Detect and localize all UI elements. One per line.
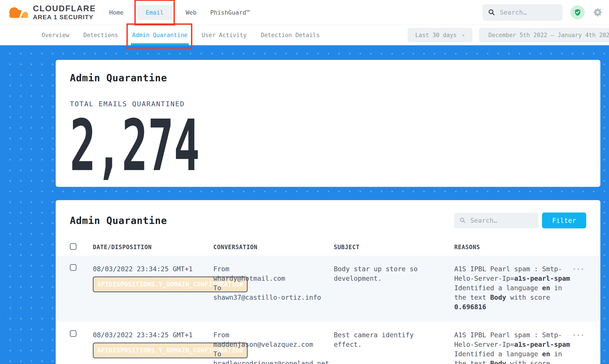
gear-icon[interactable]: [593, 7, 603, 17]
table-card-actions: Filter: [454, 212, 586, 228]
tab-detection-details[interactable]: Detection Details: [261, 32, 320, 39]
nav-phishguard[interactable]: PhishGuard™: [210, 9, 250, 16]
security-status-badge[interactable]: [570, 5, 585, 19]
quarantine-table-card: Admin Quarantine Filter DATE/DISPOSITION…: [56, 200, 600, 364]
top-header: CLOUDFLARE AREA 1 SECURITY Home Email We…: [0, 0, 609, 25]
table-card-title: Admin Quarantine: [70, 215, 167, 226]
table-row[interactable]: 08/03/2022 23:34:25 GMT+1 APIDISPOSITION…: [56, 256, 600, 322]
brand-name: CLOUDFLARE: [33, 4, 96, 13]
row-checkbox[interactable]: [70, 264, 77, 271]
to-address: bradleyrodriguez@copeland.net: [213, 359, 334, 364]
table-row[interactable]: 08/03/2022 23:34:25 GMT+1 APIDISPOSITION…: [56, 322, 600, 364]
col-conversation: CONVERSATION: [213, 244, 334, 250]
from-address: maddenjason@velazquez.com: [213, 340, 334, 349]
table-card-header: Admin Quarantine Filter: [70, 212, 586, 228]
table-header-row: DATE/DISPOSITION CONVERSATION SUBJECT RE…: [70, 239, 586, 256]
tab-admin-quarantine[interactable]: Admin Quarantine: [132, 32, 188, 39]
from-label: From: [213, 330, 334, 340]
to-label: To: [213, 349, 334, 359]
nav-home[interactable]: Home: [109, 9, 123, 16]
col-reasons: REASONS: [454, 244, 565, 250]
cloudflare-cloud-icon: [7, 4, 30, 21]
range-dropdown[interactable]: Last 30 days ▾: [408, 28, 472, 42]
search-icon: [488, 9, 495, 16]
cell-subject: Best camera identify effect.: [334, 330, 454, 349]
from-label: From: [213, 264, 334, 274]
secondary-nav: Overview Detections Admin Quarantine Use…: [0, 25, 609, 45]
search-icon: [459, 217, 466, 224]
row-checkbox[interactable]: [70, 330, 77, 337]
global-search-input[interactable]: [500, 9, 553, 16]
cell-subject: Body star up store so development.: [334, 264, 454, 283]
row-menu-ellipsis-icon[interactable]: •••: [573, 332, 585, 338]
global-search[interactable]: [483, 4, 563, 21]
row-date: 08/03/2022 23:34:25 GMT+1: [93, 264, 213, 274]
summary-card: Admin Quarantine TOTAL EMAILS QUARANTINE…: [56, 60, 600, 187]
cell-conversation: From whardy@hotmail.com To shawn37@casti…: [213, 264, 334, 302]
to-label: To: [213, 283, 334, 293]
header-actions: [483, 4, 603, 21]
tab-user-activity[interactable]: User Activity: [202, 32, 247, 39]
shield-check-icon: [573, 8, 582, 17]
row-menu-ellipsis-icon[interactable]: •••: [573, 266, 585, 273]
select-all-checkbox[interactable]: [70, 243, 77, 250]
cell-date-disposition: 08/03/2022 23:34:25 GMT+1 APIDISPOSITION…: [93, 264, 213, 274]
page-background: Admin Quarantine TOTAL EMAILS QUARANTINE…: [0, 45, 609, 364]
col-subject: SUBJECT: [334, 244, 454, 250]
date-controls: Last 30 days ▾ December 5th 2022 — Janua…: [408, 28, 609, 42]
nav-web[interactable]: Web: [186, 9, 197, 16]
cell-actions: •••: [565, 330, 586, 340]
cell-actions: •••: [565, 264, 586, 274]
primary-nav: Home Email Web PhishGuard™: [109, 5, 250, 20]
total-quarantined-value: 2,274: [70, 113, 385, 178]
tab-overview[interactable]: Overview: [41, 32, 69, 39]
summary-card-title: Admin Quarantine: [70, 72, 586, 83]
tab-admin-quarantine-label: Admin Quarantine: [132, 32, 188, 39]
cell-reasons: A1S IPBL Pearl spam : Smtp- Helo-Server-…: [454, 264, 565, 312]
range-dropdown-label: Last 30 days: [415, 32, 457, 39]
caret-down-icon: ▾: [462, 32, 465, 38]
row-date: 08/03/2022 23:34:25 GMT+1: [93, 330, 213, 340]
to-address: shawn37@castillo-ortiz.info: [213, 293, 334, 302]
date-range-button[interactable]: December 5th 2022 — January 4th 2023: [479, 28, 609, 42]
brand-subtitle: AREA 1 SECURITY: [33, 14, 96, 21]
tab-detections[interactable]: Detections: [83, 32, 118, 39]
from-address: whardy@hotmail.com: [213, 274, 334, 283]
cell-conversation: From maddenjason@velazquez.com To bradle…: [213, 330, 334, 364]
filter-button[interactable]: Filter: [542, 212, 586, 228]
table-search-input[interactable]: [470, 217, 523, 224]
col-date-disposition: DATE/DISPOSITION: [93, 244, 213, 250]
cloudflare-logo: CLOUDFLARE AREA 1 SECURITY: [7, 4, 96, 21]
nav-email-label: Email: [146, 9, 163, 16]
table-search[interactable]: [454, 212, 539, 228]
cell-date-disposition: 08/03/2022 23:34:25 GMT+1 APIDISPOSITION…: [93, 330, 213, 340]
cell-reasons: A1S IPBL Pearl spam : Smtp- Helo-Server-…: [454, 330, 565, 364]
nav-email[interactable]: Email: [137, 5, 172, 20]
